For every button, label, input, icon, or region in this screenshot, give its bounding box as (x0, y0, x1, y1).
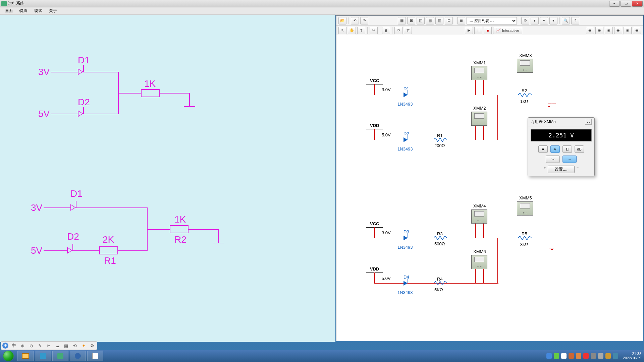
d4-symbol[interactable] (404, 281, 408, 286)
undo-icon[interactable]: ↶ (351, 17, 359, 24)
xmm2-meter[interactable] (471, 112, 487, 126)
flip-icon[interactable]: ⇄ (404, 27, 412, 34)
task-app2[interactable] (52, 351, 68, 361)
tray-volume-icon[interactable] (598, 353, 603, 359)
mm-btn-a[interactable]: A (538, 145, 548, 153)
start-orb-icon (3, 351, 14, 361)
start-button[interactable] (0, 350, 17, 362)
mm-ac-icon[interactable]: 〰 (546, 156, 560, 163)
hand-icon[interactable]: ✋ (348, 27, 356, 34)
xmm3-meter[interactable] (517, 59, 533, 73)
layout-icon[interactable]: ◫ (417, 17, 425, 24)
list-icon[interactable]: ☰ (457, 17, 465, 24)
r2-symbol[interactable] (518, 93, 532, 97)
dropdown3-icon[interactable]: ▾ (549, 17, 557, 24)
refresh-icon[interactable]: ⟳ (521, 17, 529, 24)
mm-btn-ohm[interactable]: Ω (562, 145, 572, 153)
ime-t2[interactable]: ⊙ (28, 342, 35, 349)
pause-icon[interactable]: ⏸ (474, 27, 482, 34)
layout4-icon[interactable]: ⊡ (445, 17, 453, 24)
xmm6-meter[interactable] (471, 255, 487, 269)
menu-special[interactable]: 特殊 (16, 8, 31, 14)
ime-toolbar[interactable]: 王 中 ⊕ ⊙ ✎ ✂ ☁ ▦ ⟲ ✦ ⚙ (1, 341, 97, 350)
minimize-button[interactable]: − (609, 1, 620, 7)
ime-t1[interactable]: ⊕ (19, 342, 26, 349)
layout2-icon[interactable]: ▤ (426, 17, 434, 24)
probe4-icon[interactable]: ◉ (614, 27, 622, 34)
menu-draw[interactable]: 画面 (1, 8, 16, 14)
redo-icon[interactable]: ↷ (360, 17, 368, 24)
play-icon[interactable]: ▶ (465, 27, 473, 34)
probe1-icon[interactable]: ◉ (586, 27, 594, 34)
tray-icon-5[interactable] (605, 353, 611, 359)
d3-symbol[interactable] (404, 236, 408, 240)
cursor-icon[interactable]: ↖ (338, 27, 346, 34)
left-schematic-panel[interactable]: 3V D1 5V D2 1K 3V D1 5V D2 (0, 15, 335, 342)
tray-icon-6[interactable] (613, 353, 618, 359)
ime-t6[interactable]: ▦ (63, 342, 69, 349)
close-button[interactable]: ✕ (632, 1, 643, 7)
cut-icon[interactable]: ✂ (370, 27, 378, 34)
r5-val: 3kΩ (520, 242, 528, 247)
schematic-canvas[interactable]: VCC 3.0V D1 1N3493 VDD 5.0V D2 1N3493 R1… (336, 35, 643, 341)
probe5-icon[interactable]: ◉ (624, 27, 632, 34)
text-icon[interactable]: T (357, 27, 365, 34)
help-icon[interactable]: ? (571, 17, 579, 24)
dropdown2-icon[interactable]: ▾ (540, 17, 548, 24)
task-app3[interactable] (70, 351, 86, 361)
ime-icon[interactable]: 王 (2, 343, 8, 349)
task-explorer[interactable] (17, 351, 34, 361)
mm-titlebar[interactable]: 万用表-XMM5 ⛶ (528, 118, 594, 126)
mm-btn-v[interactable]: V (550, 145, 560, 153)
ime-t5[interactable]: ☁ (54, 342, 61, 349)
xmm5-meter[interactable] (517, 201, 533, 216)
tray-icon-4[interactable] (583, 353, 589, 359)
d1-symbol[interactable] (404, 93, 408, 97)
task-app1[interactable] (35, 351, 51, 361)
vdd2-label: VDD (370, 266, 379, 272)
dropdown1-icon[interactable]: ▾ (531, 17, 539, 24)
ime-t9[interactable]: ⚙ (89, 342, 96, 349)
ime-t8[interactable]: ✦ (80, 342, 87, 349)
r4-symbol[interactable] (434, 281, 447, 285)
stop-icon[interactable]: ■ (484, 27, 492, 34)
search-icon[interactable]: 🔍 (562, 17, 570, 24)
task-paint[interactable] (87, 351, 103, 361)
ime-lang[interactable]: 中 (10, 342, 17, 349)
ime-t3[interactable]: ✎ (37, 342, 43, 349)
mm-settings-btn[interactable]: 设置.... (548, 166, 574, 173)
delete-icon[interactable]: 🗑 (382, 27, 390, 34)
r3-symbol[interactable] (434, 236, 447, 240)
maximize-button[interactable]: ▭ (621, 1, 631, 7)
probe3-icon[interactable]: ◉ (605, 27, 613, 34)
layout3-icon[interactable]: ▥ (435, 17, 443, 24)
taskbar-clock[interactable]: 21:38 2022/10/29 (620, 352, 641, 360)
multimeter-popup[interactable]: 万用表-XMM5 ⛶ 2.251 V A V Ω dB 〰 ⎓ + 设置.... (528, 117, 595, 176)
xmm4-meter[interactable] (471, 209, 487, 224)
r1-symbol[interactable] (434, 138, 447, 142)
tray-icon-1[interactable] (546, 353, 552, 359)
tray-up-icon[interactable] (561, 353, 567, 359)
tray-icon-3[interactable] (569, 353, 574, 359)
app-list-dropdown[interactable]: --- 应用列表 --- (467, 17, 517, 24)
sim-mode[interactable]: 📈Interactive (493, 27, 522, 34)
menu-debug[interactable]: 调试 (31, 8, 46, 14)
grid2-icon[interactable]: ⊞ (407, 17, 415, 24)
probe6-icon[interactable]: ◉ (633, 27, 641, 34)
ime-t7[interactable]: ⟲ (71, 342, 78, 349)
rotate-icon[interactable]: ↻ (394, 27, 402, 34)
d2-symbol[interactable] (404, 137, 408, 142)
probe2-icon[interactable]: ◉ (595, 27, 603, 34)
tray-network-icon[interactable] (591, 353, 596, 359)
mm-close-icon[interactable]: ⛶ (585, 119, 592, 125)
tray-shield-icon[interactable] (576, 353, 581, 359)
tool-open-icon[interactable]: 📂 (338, 17, 346, 24)
grid-icon[interactable]: ▦ (398, 17, 406, 24)
menu-about[interactable]: 关于 (46, 8, 60, 14)
mm-btn-db[interactable]: dB (575, 145, 584, 153)
r5-symbol[interactable] (518, 236, 532, 240)
xmm1-meter[interactable] (471, 66, 487, 80)
tray-icon-2[interactable] (554, 353, 559, 359)
ime-t4[interactable]: ✂ (45, 342, 52, 349)
mm-dc-icon[interactable]: ⎓ (562, 156, 577, 163)
